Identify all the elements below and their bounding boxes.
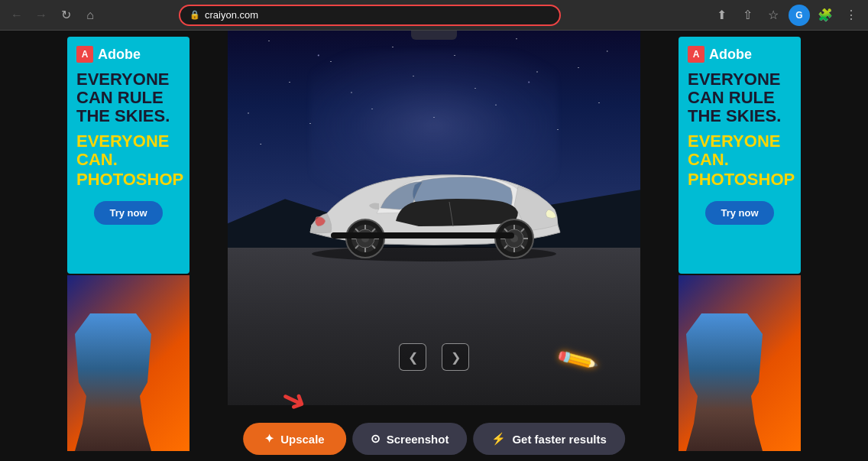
bookmark-button[interactable]: ☆	[763, 5, 784, 26]
ground	[228, 248, 640, 405]
cast-button[interactable]: ⬆	[711, 5, 732, 26]
ad-headline-right: EVERYONE CAN RULE THE SKIES.	[688, 70, 781, 126]
upscale-sparkle-icon: ✦	[264, 432, 274, 446]
edit-icon-container[interactable]: ✏️	[560, 344, 594, 376]
ad-cta-left[interactable]: Try now	[94, 201, 162, 225]
image-top-bar	[411, 31, 457, 40]
ad-person-right	[686, 313, 763, 451]
ad-image-left	[67, 275, 189, 451]
page-content: A Adobe EVERYONE CAN RULE THE SKIES. EVE…	[0, 31, 868, 461]
share-button[interactable]: ⇧	[737, 5, 758, 26]
browser-chrome: ← → ↻ ⌂ 🔒 craiyon.com ⬆ ⇧ ☆ G 🧩 ⋮	[0, 0, 868, 31]
car-image	[289, 141, 579, 263]
adobe-icon-left: A	[76, 46, 93, 63]
ad-product-right: PHOTOSHOP	[688, 170, 795, 189]
edit-icon: ✏️	[555, 338, 601, 383]
prev-image-button[interactable]: ❮	[399, 343, 426, 371]
adobe-logo-right: Adobe	[709, 47, 752, 63]
adobe-icon-right: A	[688, 46, 704, 63]
adobe-logo-left: Adobe	[98, 47, 141, 63]
url-text: craiyon.com	[205, 9, 258, 21]
forward-button[interactable]: →	[31, 5, 52, 26]
nav-arrows: ❮ ❯	[399, 343, 469, 371]
ad-adobe-header-right: A Adobe	[688, 46, 752, 63]
ad-banner-left: A Adobe EVERYONE CAN RULE THE SKIES. EVE…	[67, 37, 189, 274]
ad-headline-left: EVERYONE CAN RULE THE SKIES.	[76, 70, 170, 126]
menu-button[interactable]: ⋮	[840, 5, 862, 26]
nav-buttons: ← → ↻ ⌂	[6, 5, 101, 26]
profile-button[interactable]: G	[789, 5, 810, 26]
bottom-buttons: ✦ Upscale ⊙ Screenshot ⚡ Get faster resu…	[243, 417, 625, 461]
svg-rect-26	[331, 232, 514, 239]
ad-left: A Adobe EVERYONE CAN RULE THE SKIES. EVE…	[67, 37, 189, 461]
ad-person-left	[75, 313, 151, 451]
ad-product-left: PHOTOSHOP	[76, 170, 183, 189]
address-bar[interactable]: 🔒 craiyon.com	[179, 5, 561, 26]
faster-lightning-icon: ⚡	[491, 432, 506, 446]
main-image-area: ❮ ❯ ✏️	[228, 31, 640, 405]
next-image-button[interactable]: ❯	[442, 343, 469, 371]
ad-adobe-header-left: A Adobe	[76, 46, 141, 63]
upscale-button[interactable]: ✦ Upscale	[243, 423, 346, 455]
ad-right: A Adobe EVERYONE CAN RULE THE SKIES. EVE…	[679, 37, 801, 461]
extensions-button[interactable]: 🧩	[815, 5, 836, 26]
browser-actions: ⬆ ⇧ ☆ G 🧩 ⋮	[711, 5, 862, 26]
faster-results-button[interactable]: ⚡ Get faster results	[473, 423, 624, 455]
ad-cta-right[interactable]: Try now	[705, 201, 773, 225]
ad-subheadline-left: EVERYONE CAN.	[76, 132, 169, 169]
screenshot-button[interactable]: ⊙ Screenshot	[352, 423, 468, 455]
home-button[interactable]: ⌂	[79, 5, 101, 26]
lock-icon: 🔒	[189, 10, 200, 20]
reload-button[interactable]: ↻	[55, 5, 76, 26]
ad-subheadline-right: EVERYONE CAN.	[688, 132, 780, 169]
ad-banner-right: A Adobe EVERYONE CAN RULE THE SKIES. EVE…	[679, 37, 801, 274]
ad-image-right	[679, 275, 801, 451]
back-button[interactable]: ←	[6, 5, 28, 26]
screenshot-camera-icon: ⊙	[371, 432, 381, 446]
